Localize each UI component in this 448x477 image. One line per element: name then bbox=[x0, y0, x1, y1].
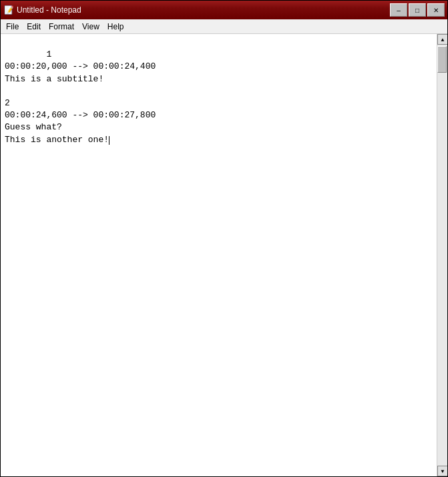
editor-scrollable-area[interactable]: 1 00:00:20,000 --> 00:00:24,400 This is … bbox=[1, 34, 437, 476]
notepad-app-icon: 📝 bbox=[3, 5, 14, 15]
scroll-thumb[interactable] bbox=[437, 46, 447, 73]
menu-edit[interactable]: Edit bbox=[23, 21, 45, 33]
minimize-button[interactable]: – bbox=[390, 3, 407, 17]
menu-file[interactable]: File bbox=[2, 21, 23, 33]
menu-bar: File Edit Format View Help bbox=[1, 19, 447, 34]
editor-text-area[interactable]: 1 00:00:20,000 --> 00:00:24,400 This is … bbox=[1, 34, 437, 476]
editor-container: 1 00:00:20,000 --> 00:00:24,400 This is … bbox=[1, 34, 447, 476]
title-bar-controls: – □ ✕ bbox=[390, 3, 445, 17]
title-bar-left: 📝 Untitled - Notepad bbox=[3, 5, 81, 15]
menu-format[interactable]: Format bbox=[45, 21, 78, 33]
scroll-down-button[interactable]: ▼ bbox=[437, 466, 447, 476]
title-bar: 📝 Untitled - Notepad – □ ✕ bbox=[1, 1, 447, 19]
menu-view[interactable]: View bbox=[78, 21, 103, 33]
scroll-up-button[interactable]: ▲ bbox=[437, 34, 447, 45]
close-button[interactable]: ✕ bbox=[427, 3, 445, 17]
window-title: Untitled - Notepad bbox=[17, 5, 81, 15]
vertical-scrollbar[interactable]: ▲ ▼ bbox=[437, 34, 447, 476]
notepad-window: 📝 Untitled - Notepad – □ ✕ File Edit For… bbox=[0, 0, 448, 477]
editor-content-text: 1 00:00:20,000 --> 00:00:24,400 This is … bbox=[5, 49, 156, 144]
menu-help[interactable]: Help bbox=[103, 21, 128, 33]
scroll-track[interactable] bbox=[437, 45, 447, 466]
maximize-button[interactable]: □ bbox=[409, 3, 426, 17]
text-cursor bbox=[109, 136, 109, 145]
